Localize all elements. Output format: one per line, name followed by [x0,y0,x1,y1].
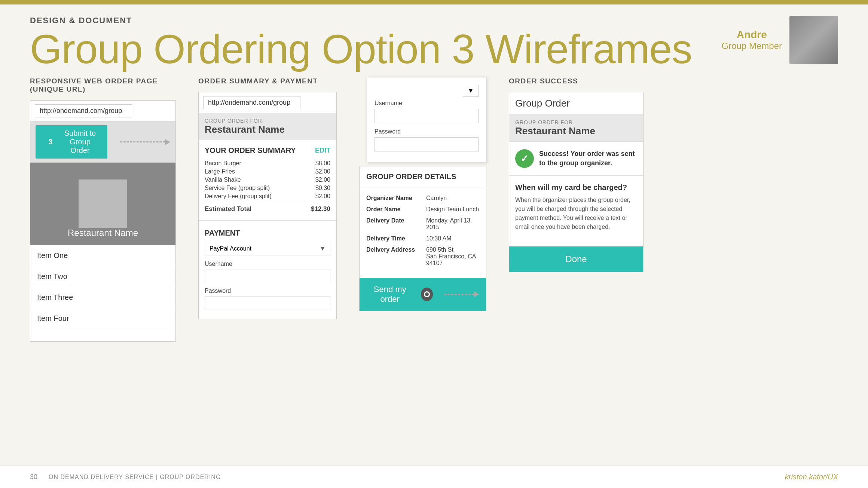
success-panel-title: Group Order [509,92,643,115]
order-summary-panel: GROUP ORDER FOR Restaurant Name YOUR ORD… [198,92,337,319]
chevron-down-icon: ▼ [320,245,326,252]
presenter-info: Andre Group Member [722,29,782,51]
order-summary-title: YOUR ORDER SUMMARY [205,146,296,155]
details-label: Delivery Time [366,235,419,242]
list-item[interactable]: Item One [30,245,175,266]
order-item: Large Fries [205,168,235,175]
dotted-line [120,141,165,142]
send-spinner-icon [421,288,433,301]
footer-text: ON DEMAND DELIVERY SERVICE | GROUP ORDER… [49,474,221,481]
col4-order-success: ORDER SUCCESS Group Order GROUP ORDER FO… [509,77,644,272]
panel-url-input[interactable] [203,96,300,109]
password-input[interactable] [375,137,479,151]
password-input[interactable] [205,297,330,310]
main-content: RESPONSIVE WEB ORDER PAGE (UNIQUE URL) 3… [0,77,868,342]
dropdown-trigger[interactable]: ▼ [463,85,479,97]
payment-title: PAYMENT [205,229,330,237]
avatar [789,16,838,64]
success-panel: Group Order GROUP ORDER FOR Restaurant N… [509,92,644,272]
header-right: Andre Group Member [722,16,838,64]
submit-arrow [120,139,170,145]
charge-question-section: When will my card be charged? When the o… [509,176,643,239]
submit-btn-label: Submit to Group Order [61,129,99,155]
details-table: Organizer Name Carolyn Order Name Design… [360,187,486,274]
panel-url-bar [199,92,336,113]
total-label: Estimated Total [205,205,251,213]
col4-section-label: ORDER SUCCESS [509,77,644,85]
dashed-line [444,294,474,295]
details-row: Delivery Date Monday, April 13, 2015 [366,215,479,233]
order-item: Bacon Burger [205,160,241,167]
panel-restaurant-name: Restaurant Name [205,124,330,135]
edit-link[interactable]: EDIT [315,147,330,154]
design-doc-label: DESIGN & DOCUMENT [30,16,692,25]
payment-method-label: PayPal Account [210,245,251,252]
top-border [0,0,868,4]
details-row: Delivery Time 10:30 AM [366,233,479,244]
list-item[interactable]: Item Three [30,287,175,308]
send-arrow [444,291,479,297]
payment-method-select[interactable]: PayPal Account ▼ [205,242,330,255]
list-item[interactable]: Item Two [30,266,175,287]
details-value: Monday, April 13, 2015 [426,217,479,231]
header: DESIGN & DOCUMENT Group Ordering Option … [0,4,868,77]
order-summary-title-row: YOUR ORDER SUMMARY EDIT [205,146,330,155]
details-value: Carolyn [426,195,447,202]
success-check-icon: ✓ [515,149,534,168]
details-label: Order Name [366,206,419,213]
group-details-title: GROUP ORDER DETAILS [360,166,486,187]
submit-group-order-button[interactable]: 3 Submit to Group Order [36,125,107,159]
success-text: Success! Your order was sent to the grou… [539,149,635,168]
done-button[interactable]: Done [509,246,643,272]
arrow-tip-icon [474,291,479,297]
list-item[interactable]: Item Four [30,308,175,329]
details-label: Delivery Address [366,246,419,267]
menu-items-list: Item One Item Two Item Three Item Four [30,245,175,341]
details-label: Delivery Date [366,217,419,231]
order-item: Delivery Fee (group split) [205,193,272,200]
main-title: Group Ordering Option 3 Wireframes [30,28,692,70]
arrow-tip [165,139,170,145]
list-item [30,329,175,341]
order-line: Vanilla Shake$2.00 [205,176,330,184]
page-number: 30 [30,473,37,481]
spinner-circle [424,291,430,297]
success-restaurant-header: GROUP ORDER FOR Restaurant Name [509,115,643,142]
divider [199,220,336,221]
dropdown-row: ▼ [375,85,479,97]
charge-title: When will my card be charged? [515,183,637,192]
col3-login-details: ▼ Username Password GROUP ORDER DETAILS … [359,77,486,311]
chevron-down-icon: ▼ [468,88,474,94]
order-total-line: Estimated Total$12.30 [205,203,330,214]
order-item: Vanilla Shake [205,177,241,183]
charge-body: When the organizer places the group orde… [515,196,637,231]
order-line: Bacon Burger$8.00 [205,159,330,168]
order-summary-section: YOUR ORDER SUMMARY EDIT Bacon Burger$8.0… [199,140,336,217]
col2-order-summary: ORDER SUMMARY & PAYMENT GROUP ORDER FOR … [198,77,337,319]
wireframe-phone: 3 Submit to Group Order Restaurant Name … [30,100,176,342]
order-item: Service Fee (group split) [205,185,270,191]
panel-restaurant-header: GROUP ORDER FOR Restaurant Name [199,113,336,140]
order-price: $2.00 [315,168,330,175]
presenter-name: Andre [722,29,782,41]
send-order-button[interactable]: Send my order [360,278,486,311]
login-overlay-panel: ▼ Username Password [367,77,486,162]
group-order-for-label: GROUP ORDER FOR [205,118,330,124]
group-order-for-label: GROUP ORDER FOR [515,119,637,125]
details-label: Organizer Name [366,195,419,202]
order-price: $2.00 [315,177,330,183]
presenter-role: Group Member [722,41,782,51]
order-line: Delivery Fee (group split)$2.00 [205,192,330,200]
order-line: Large Fries$2.00 [205,168,330,176]
url-input[interactable] [35,104,132,117]
col1-section-label: RESPONSIVE WEB ORDER PAGE (UNIQUE URL) [30,77,176,93]
username-input[interactable] [205,270,330,283]
order-line: Service Fee (group split)$0.30 [205,184,330,192]
restaurant-img-area: Restaurant Name [30,163,175,245]
details-value: Design Team Lunch [426,206,479,213]
total-price: $12.30 [311,205,330,213]
col1-responsive-web: RESPONSIVE WEB ORDER PAGE (UNIQUE URL) 3… [30,77,176,342]
col2-section-label: ORDER SUMMARY & PAYMENT [198,77,337,85]
restaurant-name-label: Restaurant Name [30,228,175,238]
username-input[interactable] [375,109,479,123]
